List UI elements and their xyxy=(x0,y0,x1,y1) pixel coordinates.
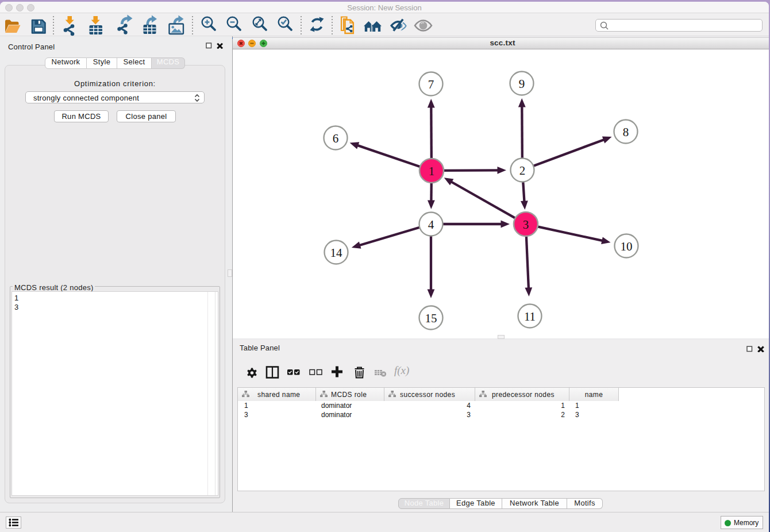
svg-text:1: 1 xyxy=(429,164,435,178)
svg-text:3: 3 xyxy=(523,218,529,232)
svg-text:2: 2 xyxy=(519,164,526,178)
svg-text:9: 9 xyxy=(519,77,525,91)
svg-text:14: 14 xyxy=(330,246,343,260)
svg-text:8: 8 xyxy=(623,125,629,139)
svg-text:4: 4 xyxy=(428,218,434,232)
svg-text:7: 7 xyxy=(428,78,434,91)
svg-text:11: 11 xyxy=(524,310,536,323)
svg-text:6: 6 xyxy=(333,132,339,145)
svg-text:10: 10 xyxy=(621,240,633,253)
svg-text:15: 15 xyxy=(425,311,437,325)
